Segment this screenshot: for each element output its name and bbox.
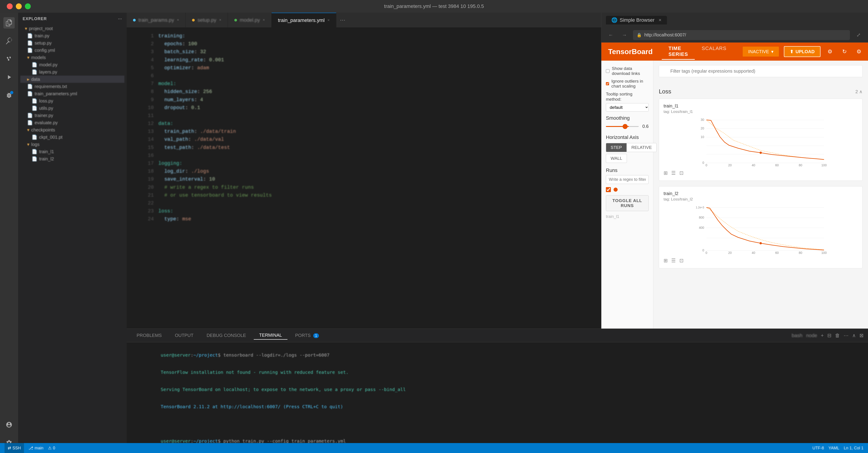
list-item[interactable]: ▾ checkpoints — [20, 126, 124, 133]
step-button[interactable]: STEP — [606, 143, 627, 152]
nav-scalars[interactable]: SCALARS — [695, 44, 733, 60]
code-line: 11 — [127, 112, 601, 120]
svg-text:60: 60 — [775, 251, 779, 254]
tooltip-select[interactable]: default — [606, 103, 649, 112]
browser-back-button[interactable]: ← — [606, 30, 616, 40]
browser-url-bar[interactable]: 🔒 http://localhost:6007/ — [633, 30, 850, 40]
terminal-maximize-button[interactable]: ⊠ — [859, 333, 864, 338]
list-item[interactable]: 📄 train_l1 — [20, 148, 124, 155]
tab-debug-console[interactable]: DEBUG CONSOLE — [201, 331, 251, 339]
svg-text:100: 100 — [822, 251, 827, 254]
tb-refresh-icon[interactable]: ↻ — [839, 47, 849, 57]
list-item[interactable]: 📄 train_l2 — [20, 155, 124, 162]
list-item[interactable]: ▸ data — [20, 76, 124, 83]
svg-text:20: 20 — [701, 126, 704, 130]
terminal-more-button[interactable]: ⋯ — [844, 333, 848, 338]
data-table-icon-2[interactable]: ☰ — [671, 258, 676, 264]
list-item[interactable]: 📄 utils.py — [20, 104, 124, 112]
upload-button[interactable]: ⬆ UPLOAD — [784, 46, 820, 57]
terminal-minimize-button[interactable]: ∧ — [852, 333, 856, 338]
list-item[interactable]: 📄 config.yml — [20, 47, 124, 54]
tb-more-settings-icon[interactable]: ⚙ — [854, 47, 864, 57]
list-item[interactable]: 📄 train.py — [20, 32, 124, 39]
browser-tab-icon: 🌐 — [611, 17, 617, 23]
sidebar-item-search[interactable] — [3, 35, 15, 47]
activity-bar — [0, 13, 18, 453]
list-item[interactable]: 📄 setup.py — [20, 39, 124, 47]
terminal-trash-button[interactable]: 🗑 — [835, 333, 840, 338]
run1-checkbox[interactable] — [606, 187, 611, 192]
traffic-lights — [7, 3, 31, 9]
tab-output[interactable]: OUTPUT — [169, 331, 199, 339]
browser-toolbar: ← → 🔒 http://localhost:6007/ ⤢ — [601, 28, 868, 42]
toggle-all-runs-button[interactable]: TOGGLE ALL RUNS — [606, 195, 649, 211]
inactive-dropdown[interactable]: INACTIVE ▾ — [742, 46, 779, 57]
download-chart-icon-2[interactable]: ⊡ — [679, 258, 683, 264]
chart-card-l2: train_l2 tag: Loss/train_l2 — [659, 186, 863, 268]
download-chart-icon[interactable]: ⊡ — [679, 170, 683, 176]
relative-button[interactable]: RELATIVE — [627, 143, 656, 152]
tab-file1[interactable]: train_params.py × — [127, 13, 186, 28]
code-line: 12data: — [127, 120, 601, 128]
list-item[interactable]: 📄 ckpt_001.pt — [20, 133, 124, 141]
runs-filter-input[interactable] — [606, 175, 649, 184]
tab-indicator — [234, 19, 237, 22]
data-table-icon[interactable]: ☰ — [671, 170, 676, 176]
list-item[interactable]: 📄 evaluate.py — [20, 119, 124, 126]
expand-chart-icon-2[interactable]: ⊞ — [663, 258, 668, 264]
ssh-indicator[interactable]: ⇄ SSH — [4, 443, 24, 453]
list-item[interactable]: 📄 layers.py — [20, 68, 124, 76]
terminal-add-button[interactable]: + — [821, 333, 824, 338]
chart-subtitle-l1: tag: Loss/train_l1 — [663, 110, 858, 114]
expand-chart-icon[interactable]: ⊞ — [663, 170, 668, 176]
code-line: 13 train_path: ./data/train — [127, 128, 601, 135]
tab-ports[interactable]: PORTS 1 — [290, 331, 324, 339]
show-download-checkbox[interactable] — [606, 68, 610, 73]
filter-tags-input[interactable] — [659, 65, 863, 77]
wall-button[interactable]: WALL — [606, 154, 627, 163]
tab-overflow[interactable]: ⋯ — [336, 17, 349, 23]
list-item[interactable]: 📄 trainer.py — [20, 112, 124, 119]
tab-active-file[interactable]: train_parameters.yml × — [272, 13, 336, 28]
code-line: 3 batch_size: 32 — [127, 48, 601, 56]
sidebar-item-run[interactable] — [3, 71, 15, 83]
chart-svg-l2: 1.2e+3 800 400 0 0 20 40 60 — [663, 205, 858, 255]
branch-indicator[interactable]: ⎇ main — [29, 446, 43, 451]
terminal-line: TensorBoard 2.11.2 at http://localhost:6… — [133, 398, 861, 415]
list-item[interactable]: 📄 train_parameters.yml — [20, 90, 124, 97]
terminal-split-button[interactable]: ⊟ — [827, 333, 831, 338]
tab-problems[interactable]: PROBLEMS — [131, 331, 167, 339]
tab-terminal[interactable]: TERMINAL — [254, 331, 287, 340]
list-item[interactable]: ▾ models — [20, 54, 124, 61]
list-item[interactable]: 📄 loss.py — [20, 97, 124, 104]
svg-text:60: 60 — [775, 163, 779, 167]
simple-browser-tab[interactable]: 🌐 Simple Browser × — [606, 16, 667, 25]
error-indicator[interactable]: ⚠ 0 — [48, 446, 55, 451]
sidebar-item-extensions[interactable] — [3, 90, 15, 101]
code-line: 15 test_path: ./data/test — [127, 144, 601, 152]
ignore-outliers-checkbox[interactable] — [606, 81, 609, 86]
code-line: 14 val_path: ./data/val — [127, 135, 601, 144]
accounts-icon[interactable] — [3, 419, 15, 430]
smoothing-slider[interactable] — [606, 126, 639, 127]
close-button[interactable] — [7, 3, 13, 9]
minimize-button[interactable] — [16, 3, 22, 9]
browser-tab-close[interactable]: × — [658, 17, 661, 23]
svg-text:30: 30 — [701, 118, 704, 122]
browser-forward-button[interactable]: → — [619, 30, 629, 40]
ssh-icon: ⇄ — [8, 446, 11, 451]
browser-expand-button[interactable]: ⤢ — [854, 30, 864, 40]
sidebar-item-source-control[interactable] — [3, 53, 15, 65]
tab-file2[interactable]: setup.py × — [186, 13, 228, 28]
list-item[interactable]: ▾ project_root — [20, 25, 124, 32]
tab-file3[interactable]: model.py × — [228, 13, 272, 28]
nav-time-series[interactable]: TIME SERIES — [662, 44, 695, 60]
list-item[interactable]: 📄 requirements.txt — [20, 83, 124, 90]
tb-settings-icon[interactable]: ⚙ — [825, 47, 835, 57]
chart-card-l1: train_l1 tag: Loss/train_l1 — [659, 99, 863, 181]
list-item[interactable]: ▾ logs — [20, 141, 124, 148]
titlebar: train_parameters.yml — test 3984 10 195.… — [0, 0, 868, 13]
list-item[interactable]: 📄 model.py — [20, 61, 124, 68]
sidebar-item-explorer[interactable] — [3, 17, 15, 29]
maximize-button[interactable] — [25, 3, 31, 9]
